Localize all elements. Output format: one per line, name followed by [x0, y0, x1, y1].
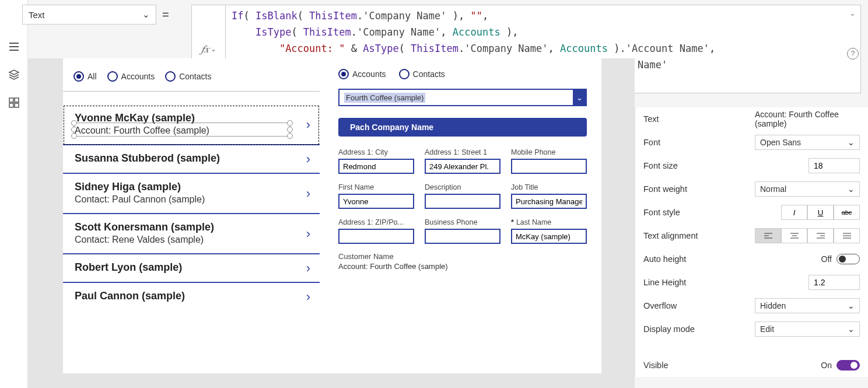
- form-radio-accounts[interactable]: Accounts: [338, 69, 386, 79]
- app-canvas[interactable]: All Accounts Contacts Yvonne McKay (samp…: [63, 58, 601, 373]
- dropdown-value: Open Sans: [760, 138, 801, 147]
- align-center-button[interactable]: [781, 228, 807, 243]
- gallery-item[interactable]: Paul Cannon (sample) ›: [63, 283, 320, 310]
- prop-label: Overflow: [643, 301, 677, 310]
- gallery-item[interactable]: Scott Konersmann (sample) Contact: Rene …: [63, 214, 320, 254]
- font-weight-dropdown[interactable]: Normal⌄: [755, 181, 860, 197]
- prop-label: Text: [643, 114, 659, 124]
- prop-value[interactable]: Account: Fourth Coffee (sample): [755, 110, 860, 128]
- toggle-switch-icon: [836, 254, 860, 264]
- properties-panel: Text Account: Fourth Coffee (sample) Fon…: [635, 107, 868, 377]
- field-label: Mobile Phone: [511, 148, 587, 156]
- field-input[interactable]: [338, 229, 414, 244]
- customer-name-display: Customer Name Account: Fourth Coffee (sa…: [338, 252, 587, 271]
- field-label: *Last Name: [511, 218, 587, 226]
- radio-circle-icon: [74, 71, 84, 82]
- field-business-phone: Business Phone: [425, 218, 501, 244]
- gallery-item-subtitle[interactable]: Account: Fourth Coffee (sample): [75, 125, 313, 136]
- align-justify-button[interactable]: [834, 228, 860, 243]
- form-radio-group[interactable]: Accounts Contacts: [338, 69, 587, 79]
- display-mode-dropdown[interactable]: Edit⌄: [755, 321, 860, 337]
- auto-height-toggle[interactable]: Off: [821, 254, 860, 264]
- customer-name-value: Account: Fourth Coffee (sample): [338, 262, 587, 271]
- gallery[interactable]: Yvonne McKay (sample) Account: Fourth Co…: [63, 105, 320, 310]
- gallery-item[interactable]: Yvonne McKay (sample) Account: Fourth Co…: [63, 105, 320, 145]
- radio-accounts[interactable]: Accounts: [107, 71, 155, 82]
- visible-toggle[interactable]: On: [821, 360, 860, 370]
- font-style-segment: I U abc: [781, 205, 860, 220]
- field-input[interactable]: [425, 159, 501, 174]
- left-rail: [0, 0, 28, 388]
- field-address1-zip: Address 1: ZIP/Po...: [338, 218, 414, 244]
- field-input[interactable]: [425, 194, 501, 209]
- chevron-right-icon[interactable]: ›: [306, 152, 310, 167]
- patch-company-button[interactable]: Pach Company Name: [338, 118, 587, 137]
- equals-sign: =: [162, 8, 169, 22]
- field-label: Address 1: ZIP/Po...: [338, 218, 414, 226]
- strikethrough-button[interactable]: abc: [834, 205, 860, 220]
- property-selector[interactable]: Text ⌄: [22, 5, 156, 25]
- prop-display-mode: Display mode Edit⌄: [643, 317, 860, 341]
- gallery-item-title: Sidney Higa (sample): [75, 181, 313, 193]
- chevron-right-icon[interactable]: ›: [306, 226, 310, 242]
- field-last-name: *Last Name: [511, 218, 587, 244]
- chevron-right-icon[interactable]: ›: [306, 186, 310, 201]
- canvas-background: All Accounts Contacts Yvonne McKay (samp…: [28, 58, 635, 388]
- field-input[interactable]: [511, 194, 587, 209]
- help-icon[interactable]: ?: [847, 48, 859, 60]
- prop-overflow: Overflow Hidden⌄: [643, 294, 860, 317]
- gallery-item[interactable]: Robert Lyon (sample) ›: [63, 254, 320, 283]
- svg-rect-3: [15, 103, 19, 107]
- chevron-right-icon[interactable]: ›: [306, 289, 310, 305]
- company-combo[interactable]: Fourth Coffee (sample) ⌄: [338, 89, 587, 106]
- overflow-dropdown[interactable]: Hidden⌄: [755, 298, 860, 313]
- italic-button[interactable]: I: [781, 205, 807, 220]
- line-height-input[interactable]: [808, 275, 860, 290]
- align-left-button[interactable]: [755, 228, 781, 243]
- gallery-item-title: Robert Lyon (sample): [75, 261, 313, 274]
- field-input[interactable]: [425, 229, 501, 244]
- field-input[interactable]: [338, 194, 414, 209]
- radio-all[interactable]: All: [74, 71, 97, 82]
- underline-button[interactable]: U: [807, 205, 834, 220]
- prop-line-height: Line Height: [643, 271, 860, 294]
- chevron-right-icon[interactable]: ›: [306, 261, 310, 276]
- layers-icon[interactable]: [8, 69, 20, 81]
- gallery-item-title: Susanna Stubberod (sample): [75, 152, 313, 165]
- field-first-name: First Name: [338, 183, 414, 209]
- gallery-item[interactable]: Sidney Higa (sample) Contact: Paul Canno…: [63, 174, 320, 214]
- detail-form: Accounts Contacts Fourth Coffee (sample)…: [331, 58, 594, 281]
- prop-label: Text alignment: [643, 231, 698, 240]
- chevron-down-icon: ⌄: [848, 301, 855, 310]
- field-input[interactable]: [511, 229, 587, 244]
- radio-circle-icon: [107, 71, 118, 82]
- prop-label: Font weight: [643, 184, 687, 194]
- toggle-switch-icon: [836, 360, 860, 370]
- prop-visible: Visible On: [643, 354, 860, 377]
- hamburger-icon[interactable]: [8, 41, 20, 53]
- field-input[interactable]: [511, 159, 587, 174]
- gallery-item-subtitle: Contact: Paul Cannon (sample): [75, 194, 313, 205]
- gallery-item[interactable]: Susanna Stubberod (sample) ›: [63, 145, 320, 174]
- field-label: Address 1: Street 1: [425, 148, 501, 156]
- form-radio-contacts[interactable]: Contacts: [399, 69, 445, 79]
- font-size-input[interactable]: [808, 158, 860, 173]
- font-dropdown[interactable]: Open Sans⌄: [755, 135, 860, 150]
- gallery-item-title: Paul Cannon (sample): [75, 290, 313, 302]
- chevron-down-icon[interactable]: ⌄: [573, 90, 586, 105]
- dropdown-value: Hidden: [760, 301, 786, 310]
- radio-contacts[interactable]: Contacts: [165, 71, 211, 82]
- field-job-title: Job Title: [511, 183, 587, 209]
- combo-selected-value: Fourth Coffee (sample): [344, 93, 425, 103]
- prop-text-alignment: Text alignment: [643, 224, 860, 247]
- field-label: Address 1: City: [338, 148, 414, 156]
- field-input[interactable]: [338, 159, 414, 174]
- field-label: Description: [425, 183, 501, 191]
- grid-icon[interactable]: [8, 97, 20, 109]
- align-right-button[interactable]: [807, 228, 834, 243]
- prop-font-size: Font size: [643, 154, 860, 177]
- gallery-item-title: Scott Konersmann (sample): [75, 221, 313, 233]
- prop-font-weight: Font weight Normal⌄: [643, 177, 860, 201]
- radio-label: All: [88, 72, 97, 81]
- chevron-down-icon: ⌄: [848, 184, 855, 194]
